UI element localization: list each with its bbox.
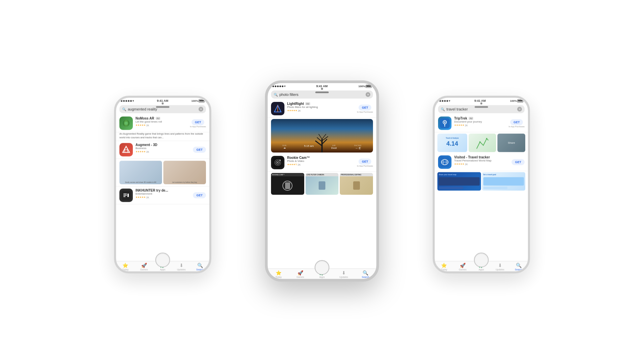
screenshots-row-left: Easily access and share 3D models in AR … [116,159,209,187]
get-button-inkhunter[interactable]: GET [193,192,206,198]
tab-updates-right[interactable]: ⬇ Updates [491,263,509,271]
search-clear-left[interactable]: ✕ [199,107,203,112]
home-button-center[interactable] [315,260,329,275]
tab-today-center[interactable]: ⭐ Today [268,270,289,278]
signal-dots-center: ▾ [272,85,285,88]
rookie-header-2: LIVE FILTER CAMERA [306,173,339,176]
app-desc-lightright: Photo filters for all lighting [287,106,354,109]
tab-updates-left[interactable]: ⬇ Updates [172,263,191,271]
visited-goal-row: Share your travel map Set a travel goal [435,171,528,192]
app-desc-rookiecam: Photo & Video [287,160,354,163]
tab-search-right[interactable]: 🔍 Search [509,263,528,271]
app-rating-augment: ★★★★★ 2K [136,150,190,153]
screenshot-label-2: Let customers try before they buy [172,181,197,183]
svg-point-24 [279,160,281,161]
search-clear-right[interactable]: ✕ [517,107,522,112]
app-item-triptrek: TripTrek Ad Document your journey ★★★★★ … [435,115,528,132]
tab-search-center[interactable]: 🔍 Search [355,270,376,278]
svg-rect-25 [440,118,450,128]
ad-badge-nomoss: Ad [156,117,161,120]
app-item-augment: Augment - 3D Business ★★★★★ 2K GET [116,141,209,159]
updates-label-center: Updates [339,276,348,278]
screenshot-2-left: Let customers try before they buy [163,161,206,184]
stars-inkhunter: ★★★★★ [136,196,146,199]
svg-rect-7 [123,195,127,196]
rookie-header-1: ROOKIE CAM™ [271,173,304,176]
svg-point-23 [277,162,278,163]
app-info-triptrek: TripTrek Ad Document your journey ★★★★★ … [454,117,506,127]
app-desc-augment: Business [136,147,190,150]
app-info-lightright: LightRight Ad Photo filters for all ligh… [287,102,354,112]
get-button-nomoss[interactable]: GET [192,119,205,125]
games-label-right: Games [459,268,467,271]
count-nomoss: 2K [146,124,149,126]
get-button-rookiecam[interactable]: GET [359,159,372,165]
app-desc-inkhunter: Entertainment [136,192,190,195]
app-rating-rookiecam: ★★★★½ 2K [287,163,354,166]
tab-search-left[interactable]: 🔍 Search [191,263,209,271]
tab-updates-center[interactable]: ⬇ Updates [333,270,355,278]
speaker-bar-center [315,92,329,93]
wifi-icon-center: ▾ [284,85,285,88]
app-icon-lightright [271,102,284,115]
svg-rect-6 [123,194,127,194]
get-button-triptrek[interactable]: GET [510,119,523,125]
svg-line-18 [319,134,322,139]
main-scene: ▾ 9:41 AM 100% 🔍 augmented reality ✕ [0,0,644,362]
updates-icon-right: ⬇ [498,263,502,268]
hero-labels: SUN ☁ 5:15 am AIR Dust FACING → E [274,144,370,150]
svg-point-28 [444,122,445,123]
today-label-center: Today [275,276,282,278]
count-visited: 2K [465,163,468,165]
tab-today-right[interactable]: ⭐ Today [435,263,453,271]
updates-icon-center: ⬇ [342,270,346,276]
get-button-lightright[interactable]: GET [359,105,372,111]
svg-rect-9 [127,194,129,197]
app-info-rookiecam: Rookie Cam™ Photo & Video ★★★★½ 2K [287,156,354,166]
camera-dot-right [480,103,482,105]
iap-lightright: In-App Purchases [357,111,373,113]
search-icon-right: 🔍 [441,107,445,111]
tab-games-right[interactable]: 🚀 Games [453,263,472,271]
today-icon-right: ⭐ [441,263,447,268]
app-name-triptrek: TripTrek [454,117,467,120]
app-icon-visited [438,156,451,169]
hero-label-facing: FACING → E [354,144,362,150]
updates-icon-left: ⬇ [179,263,183,268]
tab-today-left[interactable]: ⭐ Today [116,263,135,271]
phone-center: ▾ 9:41 AM 100% 🔍 photo filters ✕ [265,80,379,282]
svg-point-2 [124,122,128,125]
app-item-nomoss: NoMoss AR Ad Let the good times roll ★★★… [116,115,209,132]
battery-bar-center [366,85,372,88]
today-label-right: Today [441,268,447,271]
svg-marker-3 [123,146,129,153]
app-name-augment: Augment - 3D [136,143,157,147]
rookie-header-3: PROFESSIONAL EDITING [340,173,373,176]
stars-triptrek: ★★★★★ [454,124,464,127]
signal-dots-right: ▾ [439,99,450,102]
apps-label-left: Apps [160,268,165,271]
search-tab-label-center: Search [362,276,369,278]
games-icon-center: 🚀 [298,270,303,276]
tab-games-center[interactable]: 🚀 Games [289,270,311,278]
status-time-left: 9:41 AM [157,99,168,103]
search-clear-center[interactable]: ✕ [366,92,370,97]
app-rating-visited: ★★★★★ 2K [454,163,509,166]
search-icon-center: 🔍 [274,93,278,97]
tab-games-left[interactable]: 🚀 Games [135,263,154,271]
app-name-inkhunter: INKHUNTER try de... [136,189,168,192]
get-button-augment[interactable]: GET [193,147,206,153]
get-button-visited[interactable]: GET [512,159,525,165]
battery-left: 100% [192,99,205,102]
category-tile-2 [469,134,496,152]
apps-label-center: Apps [319,276,325,278]
wifi-icon: ▾ [132,99,134,102]
big-number-display: 4.14 [446,140,458,147]
svg-point-30 [486,138,487,139]
home-button-left[interactable] [155,253,170,267]
games-icon-right: 🚀 [460,263,466,268]
svg-point-29 [479,141,481,143]
phone-left-screen: ▾ 9:41 AM 100% 🔍 augmented reality ✕ [116,98,209,272]
phone-left-notch [156,103,169,108]
home-button-right[interactable] [474,253,489,267]
